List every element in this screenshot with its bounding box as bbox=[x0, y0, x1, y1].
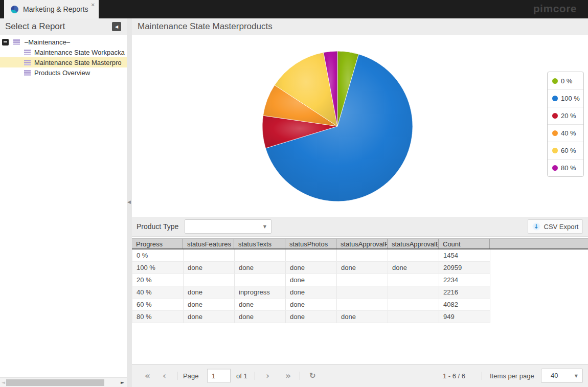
page-size-value: 40 bbox=[551, 372, 558, 379]
legend-label: 80 % bbox=[561, 164, 576, 172]
table-cell bbox=[184, 274, 235, 286]
next-page-button[interactable]: › bbox=[266, 371, 269, 381]
column-header[interactable]: statusApprovalB bbox=[388, 239, 439, 248]
column-header[interactable]: Progress bbox=[132, 239, 183, 248]
scroll-right-icon[interactable]: ► bbox=[121, 380, 124, 385]
product-type-label: Product Type bbox=[137, 222, 178, 231]
table-cell bbox=[184, 249, 235, 261]
legend-swatch bbox=[552, 130, 558, 136]
legend-swatch bbox=[552, 78, 558, 84]
table-cell: 60 % bbox=[132, 299, 184, 310]
sidebar-title: Select a Report bbox=[5, 21, 65, 32]
legend-swatch bbox=[552, 113, 558, 119]
table-cell: 100 % bbox=[132, 262, 184, 274]
previous-page-button[interactable]: ‹ bbox=[163, 371, 166, 381]
table-cell: 2216 bbox=[439, 286, 490, 298]
report-tree-items: Maintenance State WorkpackaMaintenance S… bbox=[0, 47, 127, 78]
scroll-left-icon[interactable]: ◄ bbox=[2, 380, 5, 385]
results-grid: ProgressstatusFeaturesstatusTextsstatusP… bbox=[132, 238, 588, 323]
table-cell: done bbox=[337, 262, 388, 274]
legend-item[interactable]: 60 % bbox=[548, 142, 583, 159]
table-row[interactable]: 0 %1454 bbox=[132, 249, 490, 262]
legend-item[interactable]: 20 % bbox=[548, 107, 583, 124]
chevron-down-icon: ▼ bbox=[575, 374, 578, 378]
csv-export-button[interactable]: ↓ CSV Export bbox=[528, 219, 583, 234]
legend-swatch bbox=[552, 148, 558, 153]
legend-swatch bbox=[552, 96, 558, 101]
close-icon[interactable]: ✕ bbox=[91, 2, 95, 8]
scrollbar-thumb[interactable] bbox=[6, 379, 104, 386]
table-cell: 80 % bbox=[132, 311, 184, 323]
column-header[interactable]: Count bbox=[439, 239, 490, 248]
toolbar-separator bbox=[482, 372, 482, 380]
table-cell: done bbox=[235, 311, 286, 323]
legend-item[interactable]: 100 % bbox=[548, 89, 583, 107]
table-row[interactable]: 100 %donedonedonedonedone20959 bbox=[132, 262, 490, 274]
splitter-collapse-icon[interactable]: ◀ bbox=[127, 199, 131, 204]
table-cell bbox=[337, 274, 388, 286]
page-number-input[interactable] bbox=[207, 369, 231, 383]
grid-body: 0 %1454100 %donedonedonedonedone2095920 … bbox=[132, 249, 490, 323]
tree-item-label: Maintenance State Workpacka bbox=[34, 49, 125, 56]
legend-label: 100 % bbox=[561, 95, 580, 102]
horizontal-scrollbar[interactable]: ◄ ► bbox=[0, 377, 127, 387]
table-cell: done bbox=[184, 262, 235, 274]
column-header[interactable]: statusTexts bbox=[234, 239, 285, 248]
collapse-node-icon[interactable] bbox=[2, 39, 9, 45]
tree-item-maintenance-group[interactable]: –Maintenance– bbox=[0, 37, 127, 47]
paging-toolbar: « ‹ Page of 1 › » ↻ 1 - 6 / 6 Items per … bbox=[132, 364, 588, 387]
pimcore-logo: pimcore bbox=[533, 3, 577, 15]
tree-item-label: Maintenance State Masterpro bbox=[34, 59, 122, 66]
column-header[interactable]: statusFeatures bbox=[183, 239, 234, 248]
panel-splitter[interactable]: ◀ bbox=[127, 18, 132, 387]
table-row[interactable]: 20 %done2234 bbox=[132, 274, 490, 286]
tab-marketing-reports[interactable]: Marketing & Reports ✕ bbox=[4, 0, 99, 18]
download-icon: ↓ bbox=[532, 222, 540, 231]
collapse-panel-button[interactable]: ◀ bbox=[112, 22, 121, 31]
table-cell: done bbox=[235, 262, 286, 274]
legend-label: 40 % bbox=[561, 129, 576, 137]
table-row[interactable]: 40 %doneinprogressdone2216 bbox=[132, 286, 490, 299]
chart-area: 0 %100 %20 %40 %60 %80 % bbox=[132, 35, 588, 217]
legend-item[interactable]: 80 % bbox=[548, 159, 583, 176]
refresh-icon[interactable]: ↻ bbox=[309, 371, 316, 380]
tree-item[interactable]: Maintenance State Workpacka bbox=[0, 47, 127, 57]
table-cell: done bbox=[286, 262, 337, 274]
table-cell bbox=[388, 311, 439, 323]
table-cell: done bbox=[286, 311, 337, 323]
toolbar-separator bbox=[300, 372, 300, 380]
report-icon bbox=[24, 50, 31, 55]
table-cell: done bbox=[184, 311, 235, 323]
column-header[interactable]: statusPhotos bbox=[285, 239, 336, 248]
chevron-down-icon: ▼ bbox=[263, 224, 266, 229]
table-cell bbox=[388, 249, 439, 261]
legend-item[interactable]: 40 % bbox=[548, 124, 583, 142]
table-cell: done bbox=[286, 286, 337, 298]
report-panel: Maintenance State Masterproducts 0 %100 … bbox=[132, 18, 588, 387]
last-page-button[interactable]: » bbox=[285, 371, 291, 381]
page-size-select[interactable]: 40 ▼ bbox=[541, 369, 583, 383]
table-cell bbox=[388, 299, 439, 310]
table-cell: 40 % bbox=[132, 286, 184, 298]
table-cell bbox=[337, 249, 388, 261]
first-page-button[interactable]: « bbox=[145, 371, 150, 381]
tab-bar: Marketing & Reports ✕ pimcore bbox=[0, 0, 588, 18]
table-cell bbox=[337, 299, 388, 310]
table-row[interactable]: 80 %donedonedonedone949 bbox=[132, 311, 490, 323]
legend-label: 20 % bbox=[561, 112, 576, 120]
pie-chart bbox=[132, 35, 588, 217]
tree-item[interactable]: Maintenance State Masterpro bbox=[0, 57, 127, 67]
sidebar-header: Select a Report ◀ bbox=[0, 18, 127, 35]
table-cell bbox=[235, 249, 286, 261]
table-cell: 1454 bbox=[439, 249, 490, 261]
legend-swatch bbox=[552, 165, 558, 171]
report-icon bbox=[24, 70, 31, 76]
legend-item[interactable]: 0 % bbox=[548, 72, 583, 89]
column-header[interactable]: statusApprovalP bbox=[336, 239, 388, 248]
table-cell bbox=[235, 274, 286, 286]
tree-item-label: –Maintenance– bbox=[25, 38, 70, 46]
page-label: Page bbox=[183, 372, 198, 380]
tree-item[interactable]: Products Overview bbox=[0, 67, 127, 78]
table-row[interactable]: 60 %donedonedone4082 bbox=[132, 299, 490, 311]
product-type-select[interactable]: ▼ bbox=[185, 219, 272, 234]
